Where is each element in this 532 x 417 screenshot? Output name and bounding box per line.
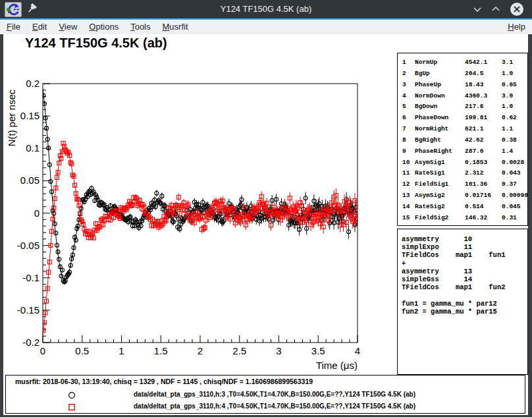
param-name: RateSig2 [415,202,465,213]
param-number: 8 [402,135,415,146]
theory-text: asymmetry 10 simplExpo 11 TFieldCos map1… [398,229,527,316]
param-name: AsymSig1 [415,157,465,169]
square-marker-icon [68,402,76,414]
minimize-button[interactable] [470,2,485,16]
param-error: 1.4 [502,146,528,157]
series-square [41,141,359,333]
param-number: 13 [402,190,415,202]
param-error: 0.00098 [502,190,528,202]
param-number: 1 [402,57,415,69]
menu-item-help[interactable]: Help [502,20,532,34]
x-tick-label: 3 [276,345,281,356]
param-value: 217.6 [465,101,502,113]
y-tick-label: 0.2 [26,78,40,89]
legend-pad[interactable]: musrfit: 2018-06-30, 13:19:40, chisq = 1… [5,375,525,414]
svg-text:++: ++ [13,7,20,13]
param-number: 14 [402,202,415,213]
legend-entry-label: data/deltat_pta_gps_3110,h:3 ,T0=4.50K,T… [134,391,415,398]
menu-bar: FileEditViewOptionsToolsMusrfitHelp [0,20,532,34]
param-error: 0.38 [502,135,528,146]
fit-parameters-box[interactable]: 1NormUp4542.13.12BgUp204.51.03PhaseUp18.… [397,53,528,226]
param-value: 4542.1 [465,57,502,69]
param-number: 15 [402,213,415,224]
param-name: PhaseRight [415,146,465,157]
x-tick-label: 3.5 [311,345,325,356]
param-value: 199.81 [465,113,502,124]
param-name: NormUp [415,57,465,69]
musrfit-window: Y124 TF150G 4.5K (ab) ++ [0,0,532,417]
plot-title: Y124 TF150G 4.5K (ab) [25,36,167,51]
param-number: 10 [402,157,415,169]
menu-item-musrfit[interactable]: Musrfit [157,20,194,34]
param-value: 18.43 [465,80,502,91]
param-value: 0.01716 [465,190,502,202]
param-name: NormRight [415,124,465,135]
param-value: 0.514 [465,202,502,213]
legend-entry: data/deltat_pta_gps_3110,h:3 ,T0=4.50K,T… [6,389,525,401]
y-tick-label: -0.1 [22,272,40,283]
param-number: 7 [402,124,415,135]
x-axis-title: Time (μs) [316,360,358,371]
y-tick-label: 0.1 [26,142,40,153]
menu-item-file[interactable]: File [0,20,26,34]
param-name: NormDown [415,91,465,102]
param-error: 3.0 [502,91,528,102]
x-tick-label: 4 [355,345,360,356]
theory-box[interactable]: asymmetry 10 simplExpo 11 TFieldCos map1… [397,229,528,375]
y-tick-label: -0.2 [22,337,40,348]
plot-area[interactable]: 00.511.522.533.540.20.150.10.050-0.05-0.… [3,63,375,374]
y-axis-title: N(t) per nsec [6,89,17,146]
param-name: PhaseUp [415,80,465,91]
legend-entry: data/deltat_pta_gps_3110,h:4 ,T0=4.50K,T… [6,401,525,412]
param-value: 101.36 [465,179,502,190]
y-tick-label: -0.05 [17,240,40,251]
x-tick-label: 0.5 [75,345,89,356]
param-name: AsymSig2 [415,190,465,202]
param-error: 1.1 [502,124,528,135]
fit-info-text: musrfit: 2018-06-30, 13:19:40, chisq = 1… [15,377,313,385]
param-value: 4360.3 [465,91,502,102]
param-number: 6 [402,113,415,124]
close-button[interactable] [510,2,524,16]
root-canvas[interactable]: Y124 TF150G 4.5K (ab) 00.511.522.533.540… [3,34,528,415]
param-error: 1.0 [502,101,528,113]
param-error: 0.043 [502,168,528,179]
param-error: 0.045 [502,202,528,213]
root-logo-icon: ++ [5,2,22,17]
param-number: 5 [402,101,415,113]
fit-line [43,89,357,279]
series-circle [41,93,359,284]
x-tick-label: 2.5 [232,345,246,356]
menu-item-options[interactable]: Options [83,20,124,34]
menu-item-edit[interactable]: Edit [26,20,53,34]
param-number: 9 [402,146,415,157]
param-error: 0.0028 [502,157,528,169]
menu-item-tools[interactable]: Tools [124,20,156,34]
x-tick-label: 1.5 [154,345,168,356]
param-name: RateSig1 [415,168,465,179]
param-name: PhaseDown [415,113,465,124]
param-number: 11 [402,168,415,179]
pushpin-icon[interactable] [26,3,38,18]
param-value: 287.0 [465,146,502,157]
x-tick-label: 1 [119,345,124,356]
param-name: BgRight [415,135,465,146]
fit-line [43,146,357,337]
fit-parameters-table: 1NormUp4542.13.12BgUp204.51.03PhaseUp18.… [398,53,527,224]
param-value: 0.1853 [465,157,502,169]
maximize-button[interactable] [489,2,503,16]
param-error: 0.31 [502,213,528,224]
param-number: 2 [402,69,415,80]
menu-item-view[interactable]: View [53,20,83,34]
param-error: 3.1 [502,57,528,69]
window-title: Y124 TF150G 4.5K (ab) [0,0,532,18]
y-tick-label: 0.05 [20,175,40,186]
x-tick-label: 0 [40,345,45,356]
param-error: 0.62 [502,113,528,124]
y-tick-label: -0.15 [17,304,40,316]
param-number: 12 [402,179,415,190]
x-tick-label: 2 [198,345,203,356]
param-value: 146.32 [465,213,502,224]
param-number: 3 [402,80,415,91]
title-bar[interactable]: Y124 TF150G 4.5K (ab) ++ [0,0,532,18]
